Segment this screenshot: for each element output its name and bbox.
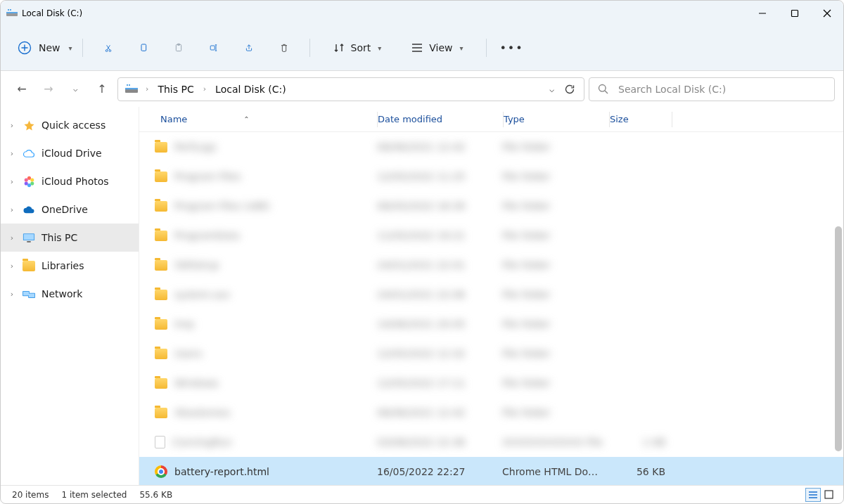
svg-rect-2 xyxy=(8,9,9,11)
column-date[interactable]: Date modified xyxy=(378,114,503,124)
navigation-pane[interactable]: › Quick access › iCloud Drive › iCloud P… xyxy=(1,107,139,485)
expand-icon[interactable]: › xyxy=(8,261,16,271)
breadcrumb-current[interactable]: Local Disk (C:) xyxy=(214,82,288,96)
file-list[interactable]: PerfLogs06/06/2021 12:42File folderProgr… xyxy=(139,132,843,485)
table-row[interactable]: Users12/05/2022 12:32File folder xyxy=(139,339,843,368)
sidebar-label: iCloud Photos xyxy=(41,176,109,187)
window-title: Local Disk (C:) xyxy=(22,8,82,18)
delete-button[interactable] xyxy=(276,39,293,56)
expand-icon[interactable]: › xyxy=(8,233,16,243)
file-date: 12/05/2022 12:32 xyxy=(377,348,466,359)
sidebar-item-libraries[interactable]: › Libraries xyxy=(1,252,139,280)
view-icon xyxy=(411,43,423,53)
column-divider[interactable] xyxy=(672,112,672,127)
file-icon xyxy=(155,436,165,448)
file-size: 56 KB xyxy=(608,466,665,477)
sidebar-item-icloud-drive[interactable]: › iCloud Drive xyxy=(1,139,139,167)
table-row[interactable]: SWSetup24/01/2021 22:01File folder xyxy=(139,250,843,280)
file-type: File folder xyxy=(502,230,551,241)
expand-icon[interactable]: › xyxy=(8,149,16,158)
details-view-button[interactable] xyxy=(805,488,821,502)
file-date: 11/05/2022 19:21 xyxy=(377,230,466,241)
table-row[interactable]: Xbootemes06/06/2021 12:42File folder xyxy=(139,398,843,427)
column-name[interactable]: Name⌃ xyxy=(160,114,377,124)
new-button[interactable]: New ▾ xyxy=(11,37,79,59)
sidebar-item-network[interactable]: › Network xyxy=(1,280,139,308)
scrollbar-thumb[interactable] xyxy=(835,226,842,451)
photos-icon xyxy=(23,175,35,188)
sidebar-item-this-pc[interactable]: › This PC xyxy=(1,224,139,252)
table-row[interactable]: PerfLogs06/06/2021 12:42File folder xyxy=(139,132,843,162)
sort-indicator-icon: ⌃ xyxy=(243,115,249,123)
svg-line-14 xyxy=(106,45,109,50)
table-row[interactable]: system.sav24/01/2021 22:06File folder xyxy=(139,280,843,309)
status-bar: 20 items 1 item selected 55.6 KB xyxy=(1,485,843,503)
forward-button[interactable]: → xyxy=(37,78,60,101)
svg-point-11 xyxy=(106,50,108,52)
titlebar: Local Disk (C:) xyxy=(1,1,843,26)
svg-rect-44 xyxy=(29,294,34,297)
minimize-button[interactable] xyxy=(746,1,779,26)
recent-button[interactable]: ⌵ xyxy=(64,78,87,101)
file-type: File folder xyxy=(502,318,551,330)
file-name: ConningRun xyxy=(172,437,232,448)
sidebar-item-icloud-photos[interactable]: › iCloud Photos xyxy=(1,167,139,195)
thumbnails-view-button[interactable] xyxy=(821,488,836,502)
table-row-selected[interactable]: battery-report.html16/05/2022 22:27Chrom… xyxy=(139,457,843,485)
file-type: File folder xyxy=(502,259,551,271)
view-button[interactable]: View ▾ xyxy=(405,38,468,58)
address-bar[interactable]: › This PC › Local Disk (C:) ⌵ xyxy=(117,77,584,101)
table-row[interactable]: Program Files12/05/2022 11:25File folder xyxy=(139,162,843,191)
sort-button[interactable]: Sort ▾ xyxy=(327,38,388,58)
file-type: File folder xyxy=(502,348,551,359)
share-button[interactable] xyxy=(241,39,257,56)
explorer-window: Local Disk (C:) New ▾ Sort xyxy=(0,0,844,504)
table-row[interactable]: Program Files (x86)06/05/2022 18:39File … xyxy=(139,191,843,221)
chevron-down-icon: ▾ xyxy=(69,44,72,52)
sidebar-item-quick-access[interactable]: › Quick access xyxy=(1,111,139,139)
sidebar-item-onedrive[interactable]: › OneDrive xyxy=(1,195,139,224)
search-box[interactable] xyxy=(589,77,835,101)
file-type: File folder xyxy=(502,289,551,300)
cloud-solid-icon xyxy=(23,203,35,216)
column-size[interactable]: Size xyxy=(610,114,672,124)
table-row[interactable]: Windows12/05/2022 17:11File folder xyxy=(139,368,843,398)
expand-icon[interactable]: › xyxy=(8,205,16,214)
table-row[interactable]: ProgramData11/05/2022 19:21File folder xyxy=(139,221,843,250)
svg-rect-48 xyxy=(825,491,833,498)
more-button[interactable]: ••• xyxy=(504,39,520,56)
table-row[interactable]: tmp14/06/2021 20:05File folder xyxy=(139,309,843,339)
svg-point-34 xyxy=(30,181,34,185)
expand-icon[interactable]: › xyxy=(8,121,16,130)
breadcrumb-this-pc[interactable]: This PC xyxy=(156,82,195,96)
svg-rect-26 xyxy=(125,88,138,89)
back-button[interactable]: ← xyxy=(11,78,33,101)
address-dropdown-button[interactable]: ⌵ xyxy=(549,84,554,94)
breadcrumb-separator: › xyxy=(143,84,151,93)
refresh-button[interactable] xyxy=(564,84,575,95)
table-row[interactable]: ConningRun03/08/2022 22:36XXXXXXXXXXXX F… xyxy=(139,427,843,457)
chevron-down-icon: ▾ xyxy=(460,44,463,52)
file-name: Program Files (x86) xyxy=(174,200,270,212)
svg-point-37 xyxy=(24,178,27,181)
folder-icon xyxy=(155,231,167,241)
file-name: battery-report.html xyxy=(174,466,269,477)
search-input[interactable] xyxy=(617,83,826,96)
paste-button[interactable] xyxy=(170,39,187,56)
column-type[interactable]: Type xyxy=(504,114,609,124)
cut-button[interactable] xyxy=(100,39,117,56)
copy-button[interactable] xyxy=(135,39,152,56)
svg-point-33 xyxy=(30,178,34,181)
sidebar-label: OneDrive xyxy=(41,204,88,215)
svg-rect-43 xyxy=(23,292,29,295)
file-name: system.sav xyxy=(174,289,230,300)
up-button[interactable]: ↑ xyxy=(91,78,113,101)
expand-icon[interactable]: › xyxy=(8,177,16,186)
close-button[interactable] xyxy=(811,1,843,26)
scrollbar[interactable] xyxy=(835,226,842,451)
rename-button[interactable] xyxy=(205,39,222,56)
maximize-button[interactable] xyxy=(779,1,811,26)
star-icon xyxy=(23,119,35,131)
file-date: 12/05/2022 17:11 xyxy=(377,377,466,389)
expand-icon[interactable]: › xyxy=(8,290,16,299)
